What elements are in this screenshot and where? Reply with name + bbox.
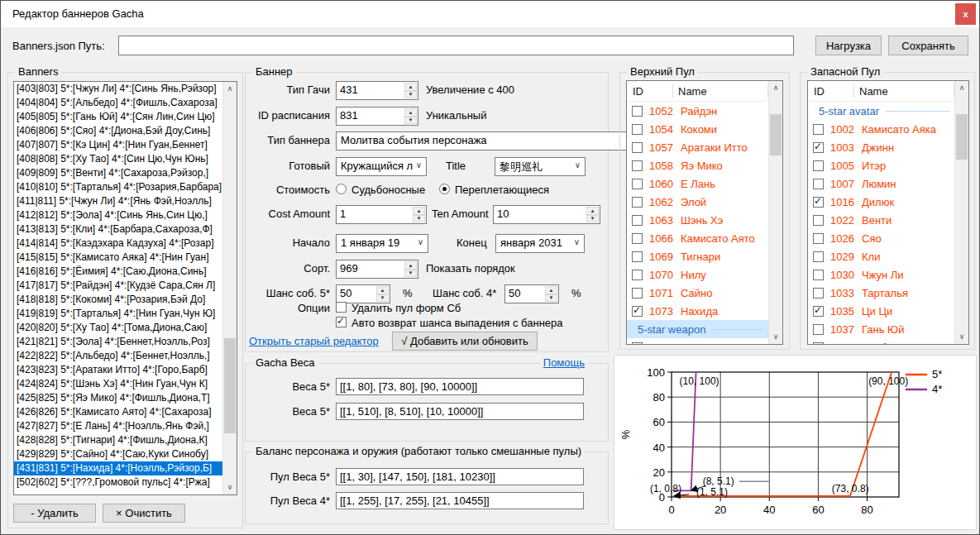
banner-list-item[interactable]: [410|810] 5*:[Тарталья] 4*:[Розария,Барб… — [14, 180, 222, 194]
spin-down-icon[interactable]: ▼ — [413, 215, 425, 223]
pool-row-checkbox[interactable] — [813, 342, 824, 345]
scroll-down-icon[interactable]: ∨ — [223, 480, 237, 494]
pool-row-checkbox[interactable] — [813, 251, 824, 262]
ten-amount-spinner[interactable]: 10 ▲▼ — [493, 205, 600, 224]
banner-list-item[interactable]: [502|602] 5*:[???,Громовой пульс] 4*:[Рж… — [14, 475, 222, 490]
pool-row[interactable]: 1070Нилу — [627, 265, 768, 284]
pool-row[interactable]: 1060Е Лань — [627, 174, 768, 193]
pool-row[interactable]: 1038Альбедо — [808, 338, 954, 344]
pool-row-checkbox[interactable] — [632, 342, 643, 345]
banner-list-item[interactable]: [407|807] 5*:[Кэ Цин] 4*:[Нин Гуан,Бенне… — [14, 138, 222, 152]
pool-row-checkbox[interactable] — [632, 306, 643, 317]
pool-row-checkbox[interactable] — [632, 288, 643, 299]
pool-row[interactable]: 1005Итэр — [808, 156, 954, 174]
reserve-pool-scrollbar[interactable]: ∧ ∨ — [954, 81, 968, 344]
chance5-spinner[interactable]: 50 ▲▼ — [336, 284, 390, 303]
banner-list-item[interactable]: [423|823] 5*:[Аратаки Итто] 4*:[Горо,Бар… — [14, 363, 222, 377]
pool-row-checkbox[interactable] — [632, 142, 643, 153]
weights4-input[interactable] — [336, 403, 584, 420]
scroll-up-icon[interactable]: ∧ — [223, 82, 237, 96]
pool-row-checkbox[interactable] — [632, 179, 643, 189]
add-update-button[interactable]: √ Добавить или обновить — [392, 332, 538, 351]
pool-row-checkbox[interactable] — [632, 106, 643, 117]
pool-row[interactable]: 1016Дилюк — [808, 193, 954, 211]
banner-list-item[interactable]: [412|812] 5*:[Эола] 4*:[Синь Янь,Син Цю,… — [14, 208, 222, 222]
banner-list-item[interactable]: [424|824] 5*:[Шэнь Хэ] 4*:[Нин Гуан,Чун … — [14, 377, 222, 391]
weights5-input[interactable] — [336, 378, 584, 395]
spin-up-icon[interactable]: ▲ — [586, 207, 599, 215]
banner-list-item[interactable]: [403|803] 5*:[Чжун Ли] 4*:[Синь Янь,Рэйз… — [14, 82, 222, 96]
banner-list-item[interactable]: [416|816] 5*:[Ёимия] 4*:[Саю,Диона,Синь] — [14, 265, 222, 279]
pool-row[interactable]: 1071Сайно — [627, 284, 768, 302]
spin-up-icon[interactable]: ▲ — [413, 207, 425, 215]
banner-list-item[interactable]: [413|813] 5*:[Кли] 4*:[Барбара,Сахароза,… — [14, 222, 222, 236]
spin-down-icon[interactable]: ▼ — [404, 270, 417, 278]
spin-up-icon[interactable]: ▲ — [404, 261, 417, 270]
upper-pool-scrollbar[interactable]: ∧ ∨ — [768, 81, 782, 344]
pool-row-checkbox[interactable] — [632, 197, 643, 208]
scroll-down-icon[interactable]: ∨ — [769, 330, 782, 344]
spin-down-icon[interactable]: ▼ — [586, 215, 599, 223]
chance4-spinner[interactable]: 50 ▲▼ — [504, 284, 559, 303]
banner-list-item[interactable]: [431|831] 5*:[Нахида] 4*:[Ноэлль,Рэйзор,… — [14, 461, 222, 475]
pool-row[interactable]: 1063Шэнь Хэ — [627, 211, 768, 229]
banner-list-item[interactable]: [414|814] 5*:[Каэдэхара Кадзуха] 4*:[Роз… — [14, 236, 222, 251]
pool-row[interactable]: 1054Кокоми — [627, 120, 768, 138]
banner-list-item[interactable]: [427|827] 5*:[Е Лань] 4*:[Ноэлль,Янь Фэй… — [14, 419, 222, 433]
pool-row[interactable]: 1057Аратаки Итто — [627, 138, 768, 156]
pool-row-checkbox[interactable] — [632, 233, 643, 244]
banner-list-item[interactable]: [406|806] 5*:[Сяо] 4*:[Диона,Бэй Доу,Син… — [14, 124, 222, 138]
banner-type-select[interactable]: Молитва события персонажа ∨ — [336, 131, 638, 150]
banner-list-item[interactable]: [426|826] 5*:[Камисато Аято] 4*:[Сахароз… — [14, 405, 222, 419]
cost-radio-fate[interactable] — [336, 184, 347, 194]
gacha-type-spinner[interactable]: 431 ▲▼ — [336, 81, 418, 100]
scroll-down-icon[interactable]: ∨ — [955, 330, 968, 344]
pool-row-checkbox[interactable] — [632, 124, 643, 135]
spin-down-icon[interactable]: ▼ — [404, 117, 417, 125]
banner-list-item[interactable]: [422|822] 5*:[Альбедо] 4*:[Беннет,Ноэлль… — [14, 349, 222, 363]
banner-list-item[interactable]: [420|820] 5*:[Ху Тао] 4*:[Тома,Диона,Саю… — [14, 321, 222, 335]
pool-row-checkbox[interactable] — [632, 270, 643, 280]
pool-row[interactable]: 1033Тарталья — [808, 284, 954, 302]
spin-up-icon[interactable]: ▲ — [545, 286, 557, 294]
pool-row[interactable]: 1002Камисато Аяка — [808, 120, 954, 138]
schedule-id-spinner[interactable]: 831 ▲▼ — [336, 107, 418, 126]
pool4-input[interactable] — [336, 492, 584, 509]
banners-scrollbar[interactable]: ∧ ∨ — [222, 82, 237, 494]
pool-row[interactable]: 1022Венти — [808, 211, 954, 229]
reserve-pool-list[interactable]: ID Name 5-star avatar1002Камисато Аяка10… — [807, 80, 969, 345]
pool-row-checkbox[interactable] — [813, 142, 824, 153]
pool-row[interactable]: 1062Элой — [627, 193, 768, 211]
banner-list-item[interactable]: [428|828] 5*:[Тигнари] 4*:[Фишль,Диона,К… — [14, 433, 222, 447]
spin-up-icon[interactable]: ▲ — [376, 286, 389, 294]
scroll-thumb[interactable] — [770, 114, 782, 155]
pool-row-checkbox[interactable] — [632, 160, 643, 171]
banner-list-item[interactable]: [419|819] 5*:[Тарталья] 4*:[Нин Гуан,Чун… — [14, 307, 222, 321]
banner-list-item[interactable]: [415|815] 5*:[Камисато Аяка] 4*:[Нин Гуа… — [14, 251, 222, 265]
spin-up-icon[interactable]: ▲ — [404, 83, 417, 91]
scroll-up-icon[interactable]: ∧ — [769, 81, 782, 95]
pool-row-checkbox[interactable] — [813, 270, 824, 280]
pool5-input[interactable] — [336, 468, 584, 485]
pool-row-checkbox[interactable] — [813, 179, 824, 189]
title-select[interactable]: 黎明巡礼 ∨ — [495, 157, 586, 176]
spin-up-icon[interactable]: ▲ — [404, 108, 417, 117]
sort-spinner[interactable]: 969 ▲▼ — [336, 260, 418, 279]
begin-date-select[interactable]: 1 января 19 ∨ — [336, 234, 428, 253]
pool-row-checkbox[interactable] — [813, 233, 824, 244]
load-button[interactable]: Нагрузка — [815, 36, 882, 55]
pool-row[interactable]: 1035Ци Ци — [808, 302, 954, 320]
spin-down-icon[interactable]: ▼ — [545, 294, 557, 303]
pool-row[interactable]: 1026Сяо — [808, 229, 954, 247]
banner-list-item[interactable]: [417|817] 5*:[Райдэн] 4*:[Кудзё Сара,Сян… — [14, 279, 222, 293]
pool-row-checkbox[interactable] — [632, 251, 643, 262]
cost-amount-spinner[interactable]: 1 ▲▼ — [336, 205, 427, 224]
auto-return-checkbox[interactable] — [336, 317, 347, 327]
spin-down-icon[interactable]: ▼ — [376, 294, 389, 303]
pool-row[interactable]: 1007Люмин — [808, 174, 954, 193]
banner-list-item[interactable]: [409|809] 5*:[Венти] 4*:[Сахароза,Рэйзор… — [14, 166, 222, 180]
pool-row[interactable]: 1037Гань Юй — [808, 320, 954, 338]
save-button[interactable]: Сохранять — [888, 36, 968, 55]
help-link[interactable]: Помощь — [543, 356, 585, 369]
banner-list-item[interactable]: [408|808] 5*:[Ху Тао] 4*:[Син Цю,Чун Юнь… — [14, 152, 222, 166]
